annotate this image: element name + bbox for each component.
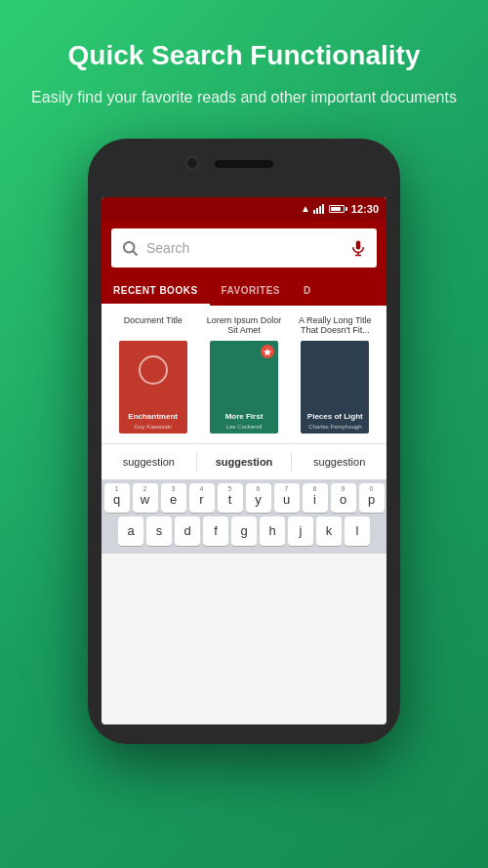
- svg-marker-5: [264, 348, 271, 354]
- status-bar: ▲ 12:30: [102, 197, 386, 221]
- search-box[interactable]: Search: [111, 228, 377, 268]
- wifi-icon: ▲: [301, 203, 310, 214]
- book-cover-author-2: Lee Cockerell: [226, 424, 263, 430]
- book-title-1: Document Title: [124, 315, 183, 337]
- key-w[interactable]: 2 w: [133, 483, 158, 513]
- phone-speaker: [215, 160, 273, 168]
- key-j[interactable]: j: [288, 517, 313, 546]
- books-grid: Document Title Enchantment Guy Kawasaki …: [111, 315, 377, 434]
- search-placeholder[interactable]: Search: [146, 240, 349, 256]
- battery-icon: [329, 205, 345, 213]
- key-s[interactable]: s: [146, 517, 172, 546]
- book-item-3[interactable]: A Really Long Title That Doesn't Fit... …: [296, 315, 374, 434]
- key-p[interactable]: 0 p: [359, 483, 385, 513]
- keyboard-row-1: 1 q 2 w 3 e 4 r: [103, 483, 385, 513]
- book-item-2[interactable]: Lorem Ipsum Dolor Sit Amet More First Le…: [205, 315, 283, 434]
- phone-body: ▲ 12:30: [88, 139, 400, 744]
- suggestion-2[interactable]: suggestion: [197, 452, 293, 472]
- tabs-bar: RECENT BOOKS FAVORITES D: [102, 275, 386, 306]
- key-l[interactable]: l: [345, 517, 370, 546]
- book-cover-3: Pieces of Light Charles Fernyhough: [301, 341, 369, 434]
- keyboard-row-2: a s d f g h j k l: [103, 517, 385, 546]
- search-icon: [121, 239, 139, 257]
- tab-favorites[interactable]: FAVORITES: [210, 275, 292, 306]
- key-i[interactable]: 8 i: [303, 483, 328, 513]
- page-subtitle: Easily find your favorite reads and othe…: [31, 86, 457, 109]
- svg-point-0: [124, 242, 135, 253]
- svg-rect-2: [356, 240, 361, 249]
- key-f[interactable]: f: [203, 517, 228, 546]
- key-g[interactable]: g: [231, 517, 257, 546]
- key-u[interactable]: 7 u: [274, 483, 300, 513]
- book-cover-author-3: Charles Fernyhough: [308, 424, 361, 430]
- book-cover-1: Enchantment Guy Kawasaki: [119, 341, 187, 434]
- status-icons: ▲ 12:30: [301, 203, 379, 215]
- suggestion-1[interactable]: suggestion: [102, 452, 197, 472]
- key-a[interactable]: a: [118, 517, 143, 546]
- key-r[interactable]: 4 r: [189, 483, 215, 513]
- key-k[interactable]: k: [316, 517, 342, 546]
- book-item-1[interactable]: Document Title Enchantment Guy Kawasaki: [114, 315, 192, 434]
- book-cover-2: More First Lee Cockerell: [210, 341, 278, 434]
- book-title-2: Lorem Ipsum Dolor Sit Amet: [205, 315, 283, 337]
- header-section: Quick Search Functionality Easily find y…: [2, 0, 486, 129]
- status-time: 12:30: [351, 203, 379, 215]
- key-y[interactable]: 6 y: [246, 483, 271, 513]
- page-title: Quick Search Functionality: [31, 39, 457, 72]
- phone-mockup: ▲ 12:30: [88, 139, 400, 744]
- book-cover-author-1: Guy Kawasaki: [134, 424, 171, 430]
- phone-screen: ▲ 12:30: [102, 197, 386, 724]
- key-d[interactable]: d: [175, 517, 200, 546]
- key-e[interactable]: 3 e: [161, 483, 186, 513]
- keyboard: 1 q 2 w 3 e 4 r: [102, 479, 386, 554]
- book-badge-2: [261, 345, 274, 358]
- suggestion-3[interactable]: suggestion: [292, 452, 386, 472]
- tab-recent-books[interactable]: RECENT BOOKS: [102, 275, 210, 306]
- mic-icon[interactable]: [349, 239, 367, 257]
- suggestions-bar: suggestion suggestion suggestion: [102, 443, 386, 479]
- svg-line-1: [133, 251, 137, 255]
- book-cover-title-2: More First: [225, 413, 264, 422]
- app-bar: Search: [102, 221, 386, 275]
- key-o[interactable]: 9 o: [331, 483, 356, 513]
- book-cover-title-1: Enchantment: [128, 413, 178, 422]
- book-title-3: A Really Long Title That Doesn't Fit...: [296, 315, 374, 337]
- phone-camera: [185, 156, 199, 170]
- tab-other[interactable]: D: [292, 275, 323, 306]
- key-q[interactable]: 1 q: [104, 483, 130, 513]
- key-h[interactable]: h: [260, 517, 285, 546]
- books-section: Document Title Enchantment Guy Kawasaki …: [102, 306, 386, 443]
- signal-icon: [313, 204, 324, 214]
- key-t[interactable]: 5 t: [218, 483, 243, 513]
- book-cover-title-3: Pieces of Light: [307, 413, 363, 422]
